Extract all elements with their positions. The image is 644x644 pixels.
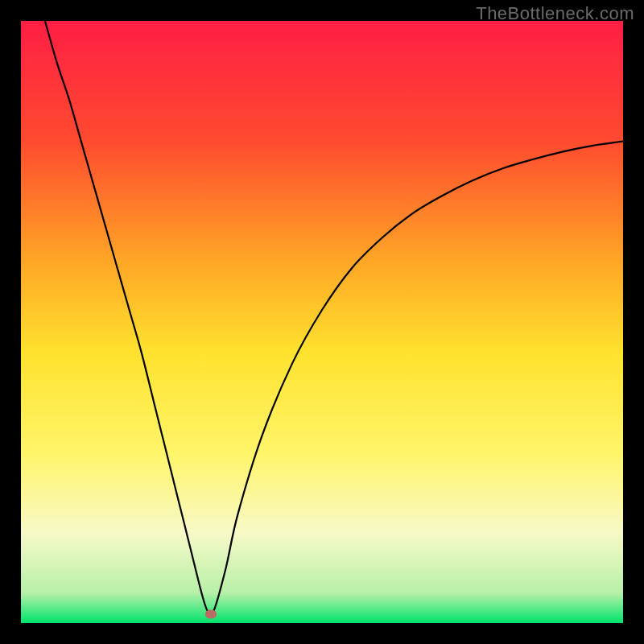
bottleneck-marker	[205, 609, 217, 618]
plot-svg	[21, 21, 623, 623]
chart-frame: TheBottleneck.com	[0, 0, 644, 644]
watermark-text: TheBottleneck.com	[476, 3, 634, 24]
plot-area	[21, 21, 623, 623]
gradient-background	[21, 21, 623, 623]
